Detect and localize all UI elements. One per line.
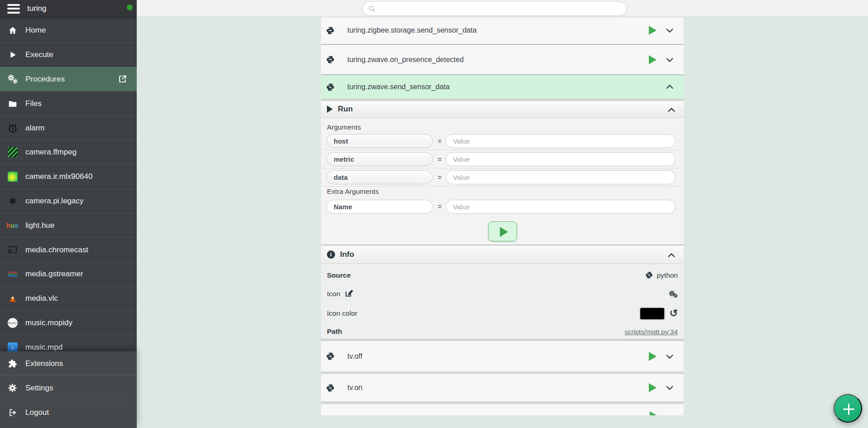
icon-color-swatch[interactable] [639, 307, 665, 320]
extra-argument-value-input[interactable] [446, 200, 676, 214]
run-triangle-icon [327, 106, 333, 113]
python-icon [326, 384, 335, 392]
argument-name-field[interactable] [326, 170, 433, 184]
alarm-clock-icon [7, 122, 18, 134]
chevron-up-icon[interactable] [667, 250, 676, 262]
sidebar-item-files[interactable]: Files [0, 91, 137, 115]
run-section-header[interactable]: Run [321, 101, 684, 118]
search-icon [368, 5, 376, 14]
sidebar-item-home[interactable]: Home [0, 18, 137, 43]
edit-icon[interactable] [345, 289, 353, 299]
info-row-path: Path scripts/mqtt.py:34 [327, 324, 678, 339]
equals-sign: = [438, 138, 441, 145]
argument-row-metric: = [321, 150, 684, 168]
info-row-source: Source python [327, 265, 678, 285]
sidebar-item-camera-ir[interactable]: camera.ir.mlx90640 [0, 164, 137, 189]
equals-sign: = [438, 203, 441, 210]
argument-value-input[interactable] [446, 152, 676, 166]
ffmpeg-icon [7, 147, 18, 158]
sidebar-item-camera-ffmpeg[interactable]: camera.ffmpeg [0, 140, 137, 164]
argument-value-input[interactable] [446, 134, 676, 148]
source-value: python [645, 271, 678, 279]
chevron-down-icon[interactable] [665, 351, 675, 361]
sidebar: turing Home Execute Procedures [0, 0, 137, 428]
argument-name-field[interactable] [326, 152, 433, 166]
run-procedure-icon[interactable] [649, 383, 657, 392]
hamburger-menu-icon[interactable] [7, 4, 20, 14]
sidebar-item-media-vlc[interactable]: media.vlc [0, 286, 137, 311]
add-procedure-button[interactable] [834, 394, 862, 423]
search-input[interactable] [362, 1, 627, 16]
extra-argument-name-input[interactable] [326, 200, 433, 214]
procedure-name: turing.zwave.send_sensor_data [347, 83, 450, 91]
run-procedure-button[interactable] [488, 221, 517, 241]
sidebar-item-label: media.vlc [25, 294, 58, 303]
info-row-icon-color: Icon color [327, 303, 678, 324]
topbar [137, 0, 868, 17]
run-procedure-icon[interactable] [649, 352, 657, 361]
run-procedure-icon[interactable] [649, 26, 657, 35]
sidebar-item-label: camera.ir.mlx90640 [25, 172, 92, 181]
run-procedure-icon[interactable] [649, 55, 657, 64]
sidebar-item-light-hue[interactable]: hue light.hue [0, 213, 137, 237]
sidebar-item-label: Extensions [25, 359, 63, 368]
reset-color-icon[interactable] [670, 308, 678, 318]
chevron-down-icon[interactable] [665, 55, 675, 65]
argument-name-field[interactable] [326, 134, 433, 148]
gstreamer-icon [7, 269, 18, 280]
sidebar-item-label: Execute [25, 50, 53, 59]
sidebar-item-media-chromecast[interactable]: media.chromecast [0, 237, 137, 262]
equals-sign: = [438, 174, 441, 181]
connection-status-dot [127, 5, 133, 10]
sidebar-item-label: camera.ffmpeg [25, 148, 77, 157]
gear-icon [7, 382, 18, 394]
path-link[interactable]: scripts/mqtt.py:34 [624, 328, 678, 336]
sidebar-item-label: Logout [25, 408, 49, 417]
extra-argument-row: = [321, 197, 684, 216]
chevron-up-icon[interactable] [667, 105, 676, 117]
sidebar-item-label: media.gstreamer [25, 269, 83, 279]
sidebar-item-music-mopidy[interactable]: Mopidy music.mopidy [0, 311, 137, 335]
sidebar-nav-list: Home Execute Procedures Files [0, 18, 137, 359]
external-link-icon[interactable] [118, 75, 127, 86]
chevron-down-icon[interactable] [665, 25, 675, 35]
sidebar-item-settings[interactable]: Settings [0, 375, 137, 400]
sidebar-item-execute[interactable]: Execute [0, 43, 137, 67]
sidebar-item-camera-pi[interactable]: camera.pi.legacy [0, 189, 137, 213]
play-icon [7, 49, 18, 61]
sidebar-item-label: music.mopidy [25, 318, 72, 327]
python-icon [326, 55, 335, 64]
sidebar-item-label: alarm [25, 124, 45, 133]
procedure-row[interactable]: turing.zwave.on_presence_detected [321, 45, 684, 74]
sidebar-item-media-gstreamer[interactable]: media.gstreamer [0, 262, 137, 286]
raspberry-pi-icon [7, 195, 18, 207]
sidebar-header: turing [0, 0, 137, 18]
argument-row-host: = [321, 132, 684, 150]
sidebar-item-logout[interactable]: Logout [0, 400, 137, 424]
procedures-list: turing.zigbee.storage.send_sensor_data t… [321, 17, 684, 415]
procedure-icon-gears [669, 290, 678, 298]
search-bar [362, 1, 627, 16]
sidebar-item-procedures[interactable]: Procedures [0, 67, 137, 91]
procedure-row[interactable]: turing.zigbee.storage.send_sensor_data [321, 17, 684, 44]
argument-value-input[interactable] [446, 170, 676, 184]
puzzle-icon [7, 358, 18, 369]
info-section-header[interactable]: Info [321, 245, 684, 264]
procedure-row[interactable]: tv.off [321, 341, 684, 371]
procedure-name: tv.off [347, 352, 362, 361]
sidebar-item-alarm[interactable]: alarm [0, 115, 137, 140]
sidebar-footer: Extensions Settings Logout [0, 351, 137, 428]
chevron-up-icon[interactable] [665, 82, 675, 92]
procedure-row[interactable]: tv.on [321, 374, 684, 401]
hostname-title: turing [27, 4, 47, 13]
icon-color-label: Icon color [327, 309, 357, 317]
info-row-icon: Icon [327, 285, 678, 303]
procedure-row-partial[interactable] [321, 404, 684, 415]
sidebar-item-label: media.chromecast [25, 245, 88, 255]
run-panel-body: Arguments = = = Extra Arguments = [321, 118, 684, 245]
chevron-down-icon[interactable] [665, 383, 675, 393]
sidebar-item-extensions[interactable]: Extensions [0, 351, 137, 376]
arguments-label: Arguments [327, 123, 684, 132]
python-icon [326, 352, 335, 361]
procedure-row-selected[interactable]: turing.zwave.send_sensor_data [321, 75, 684, 99]
